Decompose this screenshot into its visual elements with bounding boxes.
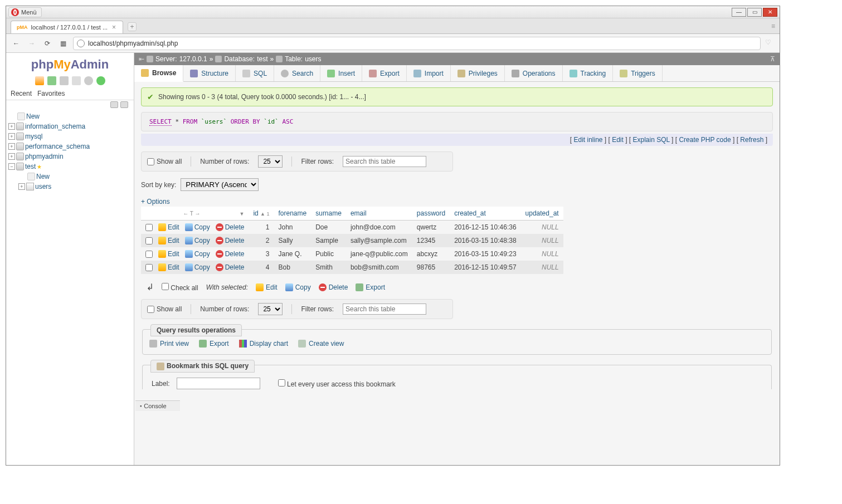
col-created-at[interactable]: created_at [450,207,520,221]
explain-sql-link[interactable]: Explain SQL [633,136,670,144]
sort-key-select[interactable]: PRIMARY (Ascending) [181,178,259,191]
collapse-icon[interactable]: − [8,163,15,170]
tab-export[interactable]: Export [362,65,407,81]
nav-collapse-icon[interactable]: ⇤ [139,55,144,63]
tab-triggers[interactable]: Triggers [613,65,663,81]
row-delete[interactable]: Delete [216,250,245,258]
recent-tab[interactable]: Recent [11,90,32,97]
bulk-copy[interactable]: Copy [285,283,311,291]
reload-nav-icon[interactable] [96,76,105,85]
bookmark-input[interactable] [177,378,260,389]
forward-button[interactable]: → [26,38,37,49]
tab-privileges[interactable]: Privileges [451,65,505,81]
close-window-button[interactable]: ✕ [763,8,777,17]
tab-overflow-icon[interactable]: ≡ [771,22,775,30]
phpmyadmin-logo[interactable]: phpMyAdmin [6,53,134,74]
expand-icon[interactable]: + [8,153,15,160]
cell-updated-at[interactable]: NULL [521,221,563,234]
row-checkbox[interactable] [145,264,153,271]
tab-sql[interactable]: SQL [236,65,274,81]
settings-icon[interactable] [84,76,93,85]
edit-link[interactable]: Edit [612,136,624,144]
show-all-checkbox[interactable]: Show all [147,158,182,165]
url-field[interactable]: localhost/phpmyadmin/sql.php [73,37,761,50]
cell-surname[interactable]: Smith [311,261,346,274]
expand-icon[interactable]: + [8,143,15,150]
bulk-edit[interactable]: Edit [256,283,278,291]
col-forename[interactable]: forename [274,207,312,221]
qro-export[interactable]: Export [199,340,229,348]
home-icon[interactable] [35,76,44,85]
row-edit[interactable]: Edit [158,250,179,258]
fulltext-toggle-icon[interactable]: ← T → [183,211,200,217]
cell-surname[interactable]: Public [311,247,346,261]
col-email[interactable]: email [346,207,412,221]
tab-insert[interactable]: Insert [320,65,362,81]
dropdown-icon[interactable]: ▼ [239,211,244,217]
reload-button[interactable]: ⟳ [42,38,53,49]
row-copy[interactable]: Copy [185,237,210,244]
row-edit[interactable]: Edit [158,263,179,271]
row-delete[interactable]: Delete [216,263,245,271]
tab-browse[interactable]: Browse [134,65,183,82]
row-edit[interactable]: Edit [158,237,179,244]
cell-surname[interactable]: Doe [311,221,346,234]
maximize-button[interactable]: ▭ [747,8,762,17]
row-copy[interactable]: Copy [185,263,210,271]
link-icon[interactable] [120,101,128,108]
breadcrumb-table[interactable]: users [305,55,321,63]
cell-id[interactable]: 4 [249,261,274,274]
filter-input-bottom[interactable] [343,304,426,315]
num-rows-select-bottom[interactable]: 25 [258,303,283,315]
cell-email[interactable]: jane-q@public.com [346,247,412,261]
options-toggle[interactable]: + Options [141,198,170,205]
create-php-link[interactable]: Create PHP code [679,136,731,144]
back-button[interactable]: ← [11,38,22,49]
tree-new[interactable]: New [8,111,132,121]
cell-id[interactable]: 3 [249,247,274,261]
tab-search[interactable]: Search [274,65,320,81]
col-id[interactable]: id ▲ 1 [249,207,274,221]
num-rows-select[interactable]: 25 [258,155,283,168]
cell-id[interactable]: 2 [249,234,274,247]
tree-test-new[interactable]: New [8,172,132,182]
opera-menu-button[interactable]: Menü [8,7,42,17]
expand-icon[interactable]: + [8,133,15,140]
page-settings-icon[interactable]: ⊼ [770,55,775,63]
tab-close-button[interactable]: × [111,23,117,31]
refresh-link[interactable]: Refresh [740,136,763,144]
cell-email[interactable]: john@doe.com [346,221,412,234]
tree-db-test[interactable]: − test ★ [8,162,132,172]
cell-password[interactable]: qwertz [412,221,450,234]
tab-operations[interactable]: Operations [505,65,563,81]
cell-surname[interactable]: Sample [311,234,346,247]
minimize-button[interactable]: — [732,8,746,17]
tree-db-mysql[interactable]: + mysql [8,131,132,141]
console-toggle[interactable]: ▪ Console [135,400,180,411]
row-checkbox[interactable] [145,224,153,231]
check-all[interactable]: Check all [162,283,198,292]
display-chart[interactable]: Display chart [239,340,288,348]
tree-db-phpmyadmin[interactable]: + phpmyadmin [8,151,132,162]
new-tab-button[interactable]: + [128,22,137,31]
logout-icon[interactable] [47,76,56,85]
cell-forename[interactable]: Bob [274,261,312,274]
expand-icon[interactable]: + [18,183,25,190]
row-delete[interactable]: Delete [216,223,245,231]
row-delete[interactable]: Delete [216,237,245,244]
cell-forename[interactable]: Sally [274,234,312,247]
cell-password[interactable]: 12345 [412,234,450,247]
bookmark-heart-button[interactable]: ♡ [765,38,775,48]
row-checkbox[interactable] [145,251,153,258]
tab-tracking[interactable]: Tracking [563,65,614,81]
tree-db-information-schema[interactable]: + information_schema [8,121,132,131]
col-surname[interactable]: surname [311,207,346,221]
filter-input[interactable] [343,156,426,167]
row-copy[interactable]: Copy [185,250,210,258]
cell-updated-at[interactable]: NULL [521,247,563,261]
docs-icon[interactable] [72,76,81,85]
breadcrumb-database[interactable]: test [257,55,267,63]
query-window-icon[interactable] [60,76,69,85]
tab-structure[interactable]: Structure [183,65,236,81]
row-checkbox[interactable] [145,237,153,244]
